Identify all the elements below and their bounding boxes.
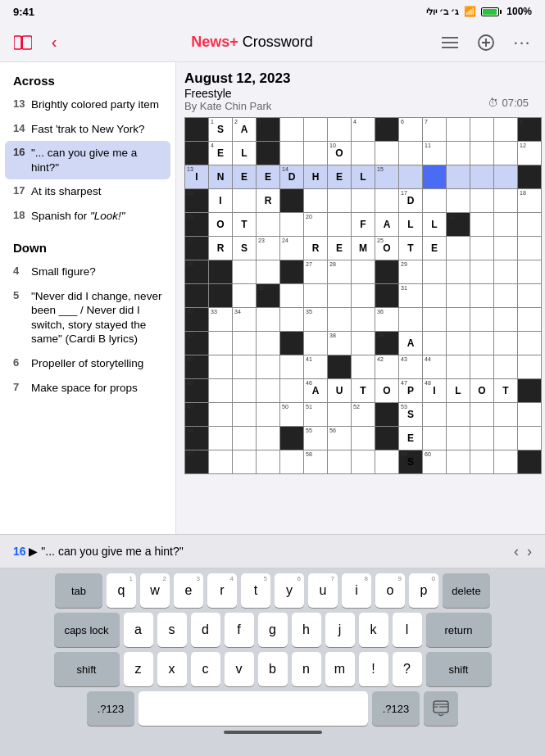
grid-cell[interactable]: 13I	[185, 165, 208, 188]
grid-cell[interactable]: 51	[304, 403, 327, 426]
grid-cell[interactable]: 38	[328, 332, 351, 355]
grid-cell[interactable]: M	[352, 237, 375, 260]
back-button[interactable]: ‹	[43, 31, 66, 54]
grid-cell[interactable]	[494, 284, 517, 307]
grid-cell[interactable]	[209, 403, 232, 426]
grid-cell[interactable]	[328, 189, 351, 212]
clue-down-4[interactable]: 4 Small figure?	[0, 260, 175, 284]
grid-cell[interactable]	[494, 142, 517, 165]
grid-cell[interactable]	[257, 450, 279, 473]
grid-cell[interactable]	[518, 332, 541, 355]
grid-cell[interactable]	[233, 260, 256, 283]
grid-cell[interactable]	[328, 308, 351, 331]
key-k[interactable]: k	[359, 613, 388, 647]
grid-cell[interactable]	[423, 332, 446, 355]
archive-icon[interactable]	[475, 31, 497, 54]
key-a[interactable]: a	[124, 613, 153, 647]
grid-cell[interactable]	[257, 355, 279, 378]
grid-cell[interactable]: 56	[328, 427, 351, 450]
grid-cell[interactable]	[494, 165, 517, 188]
grid-cell[interactable]: 60	[423, 450, 446, 473]
grid-cell[interactable]	[399, 142, 422, 165]
key-w[interactable]: w2	[140, 573, 170, 608]
grid-cell[interactable]	[494, 308, 517, 331]
key-m[interactable]: m	[325, 652, 355, 686]
grid-cell[interactable]	[518, 284, 541, 307]
grid-cell[interactable]	[470, 142, 493, 165]
key-x[interactable]: x	[157, 652, 187, 686]
grid-cell[interactable]	[447, 165, 470, 188]
grid-cell[interactable]: O	[375, 379, 398, 402]
grid-cell[interactable]	[494, 260, 517, 283]
grid-cell[interactable]: 27	[304, 260, 327, 283]
key-n[interactable]: n	[292, 652, 321, 686]
key-e[interactable]: e3	[174, 573, 203, 608]
grid-cell[interactable]	[399, 308, 422, 331]
delete-key[interactable]: delete	[443, 573, 490, 608]
grid-cell[interactable]	[280, 142, 303, 165]
grid-cell[interactable]	[280, 308, 303, 331]
key-g[interactable]: g	[258, 613, 288, 647]
grid-cell[interactable]: I	[209, 189, 232, 212]
grid-cell[interactable]	[447, 189, 470, 212]
grid-cell[interactable]: 48I	[423, 379, 446, 402]
grid-cell[interactable]	[209, 427, 232, 450]
grid-cell[interactable]: 53S	[399, 403, 422, 426]
grid-cell[interactable]: U	[328, 379, 351, 402]
grid-cell[interactable]	[209, 450, 232, 473]
grid-cell[interactable]: 25O	[375, 237, 398, 260]
grid-cell[interactable]	[494, 189, 517, 212]
grid-cell[interactable]: H	[304, 165, 327, 188]
grid-cell[interactable]	[447, 142, 470, 165]
grid-cell[interactable]	[423, 165, 446, 188]
grid-cell[interactable]	[304, 189, 327, 212]
grid-cell[interactable]: 4E	[209, 142, 232, 165]
grid-cell[interactable]	[280, 450, 303, 473]
grid-cell[interactable]	[304, 284, 327, 307]
tab-key[interactable]: tab	[55, 573, 102, 608]
key-question[interactable]: ?	[393, 652, 422, 686]
grid-cell[interactable]	[470, 237, 493, 260]
grid-cell[interactable]	[257, 379, 279, 402]
grid-cell[interactable]	[280, 118, 303, 141]
grid-cell[interactable]	[423, 308, 446, 331]
grid-cell[interactable]	[352, 355, 375, 378]
grid-cell[interactable]	[494, 213, 517, 236]
key-b[interactable]: b	[258, 652, 288, 686]
key-i[interactable]: i8	[342, 573, 371, 608]
grid-cell[interactable]: L	[399, 213, 422, 236]
grid-cell[interactable]: 33	[209, 308, 232, 331]
grid-cell[interactable]	[352, 332, 375, 355]
sidebar-toggle-button[interactable]	[11, 31, 34, 54]
clue-across-17[interactable]: 17 At its sharpest	[0, 179, 175, 204]
grid-cell[interactable]	[233, 450, 256, 473]
grid-cell[interactable]: 55	[304, 427, 327, 450]
grid-cell[interactable]: 1S	[209, 118, 232, 141]
grid-cell[interactable]	[304, 332, 327, 355]
caps-lock-key[interactable]: caps lock	[54, 613, 120, 647]
grid-cell[interactable]	[494, 355, 517, 378]
grid-cell[interactable]: R	[304, 237, 327, 260]
grid-cell[interactable]	[494, 427, 517, 450]
grid-cell[interactable]	[399, 165, 422, 188]
key-z[interactable]: z	[124, 652, 153, 686]
grid-cell[interactable]	[352, 427, 375, 450]
grid-cell[interactable]	[209, 355, 232, 378]
grid-cell[interactable]	[494, 332, 517, 355]
grid-cell[interactable]: E	[328, 165, 351, 188]
grid-cell[interactable]	[470, 332, 493, 355]
grid-cell[interactable]: R	[257, 189, 279, 212]
grid-cell[interactable]	[257, 308, 279, 331]
grid-cell[interactable]	[494, 118, 517, 141]
key-r[interactable]: r4	[207, 573, 237, 608]
grid-cell[interactable]: 4	[352, 118, 375, 141]
grid-cell[interactable]	[470, 308, 493, 331]
key-h[interactable]: h	[292, 613, 321, 647]
key-s[interactable]: s	[157, 613, 187, 647]
grid-cell[interactable]: R	[209, 237, 232, 260]
grid-cell[interactable]	[209, 332, 232, 355]
shift-left-key[interactable]: shift	[54, 652, 120, 686]
grid-cell[interactable]: 28	[328, 260, 351, 283]
grid-cell[interactable]	[447, 260, 470, 283]
grid-cell[interactable]	[233, 403, 256, 426]
